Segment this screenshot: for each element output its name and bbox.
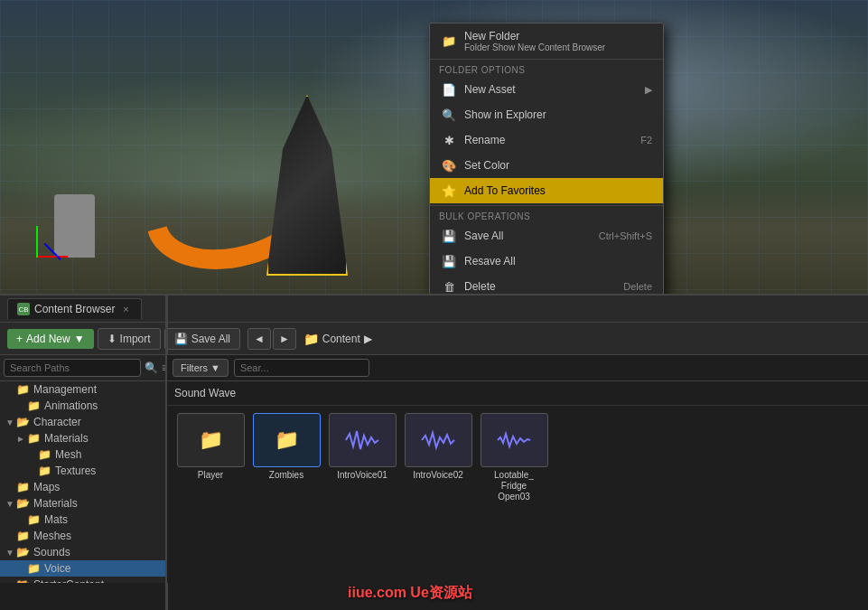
sidebar-item-materials-char[interactable]: ► 📁 Materials: [0, 430, 166, 446]
asset-thumb-zombies: 📁: [253, 413, 321, 467]
filters-button[interactable]: Filters ▼: [173, 359, 229, 377]
sidebar-item-textures[interactable]: 📁 Textures: [0, 463, 166, 479]
new-asset-arrow: ▶: [645, 84, 652, 96]
content-area: Filters ▼ Sound Wave 📁 Player 📁 Zombies: [167, 355, 868, 583]
sidebar-item-maps[interactable]: 📁 Maps: [0, 479, 166, 495]
add-new-label: Add New: [26, 333, 70, 345]
ctx-rename[interactable]: ✱ Rename F2: [430, 127, 663, 153]
ctx-resave-all[interactable]: 💾 Resave All: [430, 249, 663, 274]
sidebar-item-voice[interactable]: 📁 Voice: [0, 560, 166, 577]
ctx-save-all[interactable]: 💾 Save All Ctrl+Shift+S: [430, 223, 663, 249]
import-icon: ⬇: [107, 333, 117, 345]
tree-arrow: ▼: [5, 580, 16, 584]
folder-icon: 📁: [16, 481, 30, 493]
new-folder-sub: Folder Show New Content Browser: [464, 42, 605, 52]
asset-label-player: Player: [198, 470, 223, 480]
asset-label-fridge: Lootable_FridgeOpen03: [494, 470, 534, 502]
nav-forward-button[interactable]: ►: [273, 328, 296, 350]
ctx-delete[interactable]: 🗑 Delete Delete: [430, 274, 663, 294]
asset-lootable-fridge[interactable]: Lootable_FridgeOpen03: [478, 413, 550, 502]
resave-all-label: Resave All: [464, 255, 516, 267]
add-favorites-icon: ⭐: [441, 183, 457, 199]
tree-arrow: ▼: [5, 548, 16, 558]
sidebar-item-mats[interactable]: 📁 Mats: [0, 511, 166, 528]
asset-player[interactable]: 📁 Player: [174, 413, 247, 502]
search-icon[interactable]: 🔍: [145, 361, 158, 374]
folder-icon: 📁: [27, 399, 41, 412]
save-all-button[interactable]: 💾 Save All: [164, 328, 240, 350]
ctx-new-folder[interactable]: 📁 New Folder Folder Show New Content Bro…: [430, 25, 663, 57]
folder-open-icon: 📂: [16, 578, 30, 583]
rename-icon: ✱: [441, 132, 457, 148]
asset-introvoice02[interactable]: IntroVoice02: [402, 413, 474, 502]
show-explorer-icon: 🔍: [441, 107, 457, 123]
ctx-set-color[interactable]: 🎨 Set Color: [430, 153, 663, 178]
path-folder-icon: 📁: [303, 332, 319, 346]
watermark-text: iiue.com Ue资源站: [348, 585, 472, 600]
sidebar-item-management[interactable]: 📁 Management: [0, 381, 166, 398]
path-display: 📁 Content ▶: [303, 332, 372, 346]
asset-zombies[interactable]: 📁 Zombies: [250, 413, 322, 502]
folder-options-section: Folder Options: [430, 61, 663, 77]
add-favorites-label: Add To Favorites: [464, 184, 546, 197]
save-all-icon: 💾: [441, 228, 457, 244]
asset-thumb-iv01: [329, 413, 397, 467]
search-paths-input[interactable]: [4, 359, 141, 377]
sidebar-item-label: Sounds: [33, 546, 70, 558]
asset-introvoice01[interactable]: IntroVoice01: [326, 413, 398, 502]
save-all-shortcut: Ctrl+Shift+S: [599, 230, 652, 241]
ctx-show-explorer[interactable]: 🔍 Show in Explorer: [430, 102, 663, 127]
axis-x: [36, 256, 68, 258]
search-paths-bar: 🔍 ≡: [0, 355, 166, 381]
content-browser-tab[interactable]: CB Content Browser ×: [7, 298, 142, 319]
filters-label: Filters ▼: [181, 362, 220, 373]
sidebar-item-materials-root[interactable]: ▼ 📂 Materials: [0, 495, 166, 511]
sidebar-item-character[interactable]: ▼ 📂 Character: [0, 414, 166, 430]
new-folder-icon: 📁: [441, 33, 457, 50]
watermark: iiue.com Ue资源站: [348, 584, 472, 603]
delete-label: Delete: [464, 280, 496, 293]
delete-icon: 🗑: [441, 278, 457, 294]
content-browser-tab-close[interactable]: ×: [119, 303, 132, 315]
sidebar-item-mesh[interactable]: 📁 Mesh: [0, 446, 166, 463]
import-button[interactable]: ⬇ Import: [98, 328, 161, 350]
sidebar-item-sounds[interactable]: ▼ 📂 Sounds: [0, 544, 166, 560]
save-all-label: Save All: [464, 230, 503, 242]
content-browser-body: 🔍 ≡ 📁 Management 📁 Animations ▼ 📂 C: [0, 355, 868, 583]
sidebar-item-label: Textures: [55, 465, 96, 477]
sidebar-item-label: Meshes: [33, 530, 71, 542]
sidebar-item-label: Materials: [33, 497, 78, 510]
import-label: Import: [120, 333, 151, 345]
resave-all-icon: 💾: [441, 253, 457, 269]
ctx-new-asset[interactable]: 📄 New Asset ▶: [430, 77, 663, 102]
content-browser-tab-label: Content Browser: [34, 303, 115, 315]
asset-label-zombies: Zombies: [269, 470, 303, 480]
asset-label-iv02: IntroVoice02: [413, 470, 463, 480]
folder-icon: 📁: [16, 530, 30, 542]
axis-y: [36, 226, 38, 258]
asset-thumb-fridge: [481, 413, 548, 467]
show-explorer-label: Show in Explorer: [464, 108, 546, 121]
folder-open-icon: 📂: [16, 497, 30, 510]
context-menu: 📁 New Folder Folder Show New Content Bro…: [429, 23, 664, 294]
sidebar-item-label: Mats: [44, 513, 68, 526]
folder-tree-sidebar: 🔍 ≡ 📁 Management 📁 Animations ▼ 📂 C: [0, 355, 167, 583]
add-new-arrow: ▼: [74, 333, 85, 345]
content-browser-tab-icon: CB: [17, 303, 30, 315]
sidebar-item-starter-content[interactable]: ▼ 📂 StarterContent: [0, 577, 166, 583]
ctx-add-favorites[interactable]: ⭐ Add To Favorites: [430, 178, 663, 203]
sidebar-item-meshes[interactable]: 📁 Meshes: [0, 528, 166, 544]
add-new-icon: +: [16, 333, 23, 345]
bulk-ops-section: Bulk Operations: [430, 208, 663, 223]
asset-grid: 📁 Player 📁 Zombies IntroVoice01: [167, 406, 868, 510]
new-folder-label: New Folder: [464, 30, 605, 42]
folder-icon: 📁: [38, 448, 51, 461]
sidebar-item-label: Mesh: [55, 448, 81, 461]
content-search-input[interactable]: [234, 359, 369, 377]
sidebar-item-animations[interactable]: 📁 Animations: [0, 398, 166, 414]
nav-back-button[interactable]: ◄: [247, 328, 271, 350]
content-browser-panel: CB Content Browser × + Add New ▼ ⬇ Impor…: [0, 294, 868, 610]
axis-z: [44, 243, 61, 260]
asset-thumb-player: 📁: [177, 413, 245, 467]
add-new-button[interactable]: + Add New ▼: [7, 329, 94, 349]
